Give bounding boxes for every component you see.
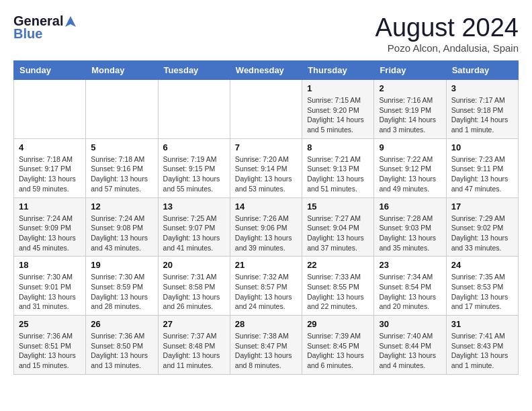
day-number: 25 (19, 319, 81, 329)
title-block: August 2024 Pozo Alcon, Andalusia, Spain (375, 13, 519, 54)
day-cell-24: 24Sunrise: 7:35 AMSunset: 8:53 PMDayligh… (446, 257, 518, 316)
day-cell-21: 21Sunrise: 7:32 AMSunset: 8:57 PMDayligh… (230, 257, 302, 316)
day-number: 22 (307, 260, 369, 270)
day-number: 11 (19, 201, 81, 212)
calendar-table: SundayMondayTuesdayWednesdayThursdayFrid… (13, 60, 519, 375)
day-info: Sunrise: 7:29 AMSunset: 9:02 PMDaylight:… (451, 214, 513, 253)
day-info: Sunrise: 7:27 AMSunset: 9:04 PMDaylight:… (307, 214, 369, 253)
day-info: Sunrise: 7:36 AMSunset: 8:51 PMDaylight:… (19, 331, 81, 371)
day-number: 8 (307, 142, 369, 152)
day-number: 31 (451, 319, 513, 329)
day-info: Sunrise: 7:23 AMSunset: 9:11 PMDaylight:… (451, 154, 513, 194)
day-number: 5 (91, 142, 152, 152)
day-number: 15 (307, 201, 369, 212)
day-info: Sunrise: 7:18 AMSunset: 9:17 PMDaylight:… (19, 154, 81, 194)
day-cell-27: 27Sunrise: 7:37 AMSunset: 8:48 PMDayligh… (158, 316, 230, 375)
day-number: 7 (235, 142, 297, 152)
day-number: 19 (91, 260, 152, 270)
day-header-thursday: Thursday (302, 61, 374, 80)
day-info: Sunrise: 7:22 AMSunset: 9:12 PMDaylight:… (379, 154, 441, 194)
day-cell-31: 31Sunrise: 7:41 AMSunset: 8:43 PMDayligh… (446, 316, 518, 375)
day-info: Sunrise: 7:35 AMSunset: 8:53 PMDaylight:… (451, 272, 513, 312)
day-header-friday: Friday (374, 61, 446, 80)
day-info: Sunrise: 7:19 AMSunset: 9:15 PMDaylight:… (163, 154, 225, 194)
day-info: Sunrise: 7:31 AMSunset: 8:58 PMDaylight:… (163, 272, 225, 312)
day-cell-6: 6Sunrise: 7:19 AMSunset: 9:15 PMDaylight… (158, 138, 230, 197)
day-cell-9: 9Sunrise: 7:22 AMSunset: 9:12 PMDaylight… (374, 138, 446, 197)
day-number: 30 (379, 319, 441, 329)
day-info: Sunrise: 7:34 AMSunset: 8:54 PMDaylight:… (379, 272, 441, 312)
week-row-3: 11Sunrise: 7:24 AMSunset: 9:09 PMDayligh… (14, 197, 519, 257)
day-cell-5: 5Sunrise: 7:18 AMSunset: 9:16 PMDaylight… (86, 138, 158, 197)
day-info: Sunrise: 7:33 AMSunset: 8:55 PMDaylight:… (307, 272, 369, 312)
day-cell-15: 15Sunrise: 7:27 AMSunset: 9:04 PMDayligh… (302, 197, 374, 257)
empty-cell (230, 80, 302, 139)
day-number: 3 (451, 83, 513, 93)
empty-cell (14, 80, 86, 139)
day-cell-2: 2Sunrise: 7:16 AMSunset: 9:19 PMDaylight… (374, 80, 446, 139)
day-number: 23 (379, 260, 441, 270)
svg-marker-0 (65, 16, 76, 27)
day-info: Sunrise: 7:37 AMSunset: 8:48 PMDaylight:… (163, 331, 225, 371)
day-cell-8: 8Sunrise: 7:21 AMSunset: 9:13 PMDaylight… (302, 138, 374, 197)
day-info: Sunrise: 7:32 AMSunset: 8:57 PMDaylight:… (235, 272, 297, 312)
day-cell-25: 25Sunrise: 7:36 AMSunset: 8:51 PMDayligh… (14, 316, 86, 375)
day-cell-11: 11Sunrise: 7:24 AMSunset: 9:09 PMDayligh… (14, 197, 86, 257)
day-header-tuesday: Tuesday (158, 61, 230, 80)
day-number: 18 (19, 260, 81, 270)
day-number: 16 (379, 201, 441, 212)
day-number: 14 (235, 201, 297, 212)
day-info: Sunrise: 7:30 AMSunset: 9:01 PMDaylight:… (19, 272, 81, 312)
day-cell-23: 23Sunrise: 7:34 AMSunset: 8:54 PMDayligh… (374, 257, 446, 316)
day-cell-1: 1Sunrise: 7:15 AMSunset: 9:20 PMDaylight… (302, 80, 374, 139)
day-cell-26: 26Sunrise: 7:36 AMSunset: 8:50 PMDayligh… (86, 316, 158, 375)
month-title: August 2024 (375, 13, 519, 42)
empty-cell (86, 80, 158, 139)
day-info: Sunrise: 7:26 AMSunset: 9:06 PMDaylight:… (235, 214, 297, 253)
day-number: 24 (451, 260, 513, 270)
day-cell-20: 20Sunrise: 7:31 AMSunset: 8:58 PMDayligh… (158, 257, 230, 316)
day-cell-13: 13Sunrise: 7:25 AMSunset: 9:07 PMDayligh… (158, 197, 230, 257)
day-cell-18: 18Sunrise: 7:30 AMSunset: 9:01 PMDayligh… (14, 257, 86, 316)
day-info: Sunrise: 7:38 AMSunset: 8:47 PMDaylight:… (235, 331, 297, 371)
day-number: 27 (163, 319, 225, 329)
day-number: 12 (91, 201, 152, 212)
week-row-2: 4Sunrise: 7:18 AMSunset: 9:17 PMDaylight… (14, 138, 519, 197)
day-number: 28 (235, 319, 297, 329)
days-header-row: SundayMondayTuesdayWednesdayThursdayFrid… (14, 61, 519, 80)
day-header-saturday: Saturday (446, 61, 518, 80)
day-info: Sunrise: 7:21 AMSunset: 9:13 PMDaylight:… (307, 154, 369, 194)
day-number: 1 (307, 83, 369, 93)
day-header-wednesday: Wednesday (230, 61, 302, 80)
day-info: Sunrise: 7:28 AMSunset: 9:03 PMDaylight:… (379, 214, 441, 253)
day-number: 4 (19, 142, 81, 152)
day-cell-30: 30Sunrise: 7:40 AMSunset: 8:44 PMDayligh… (374, 316, 446, 375)
day-info: Sunrise: 7:16 AMSunset: 9:19 PMDaylight:… (379, 95, 441, 135)
day-info: Sunrise: 7:41 AMSunset: 8:43 PMDaylight:… (451, 331, 513, 371)
page-header: General Blue August 2024 Pozo Alcon, And… (13, 13, 519, 54)
day-number: 13 (163, 201, 225, 212)
day-info: Sunrise: 7:25 AMSunset: 9:07 PMDaylight:… (163, 214, 225, 253)
day-cell-10: 10Sunrise: 7:23 AMSunset: 9:11 PMDayligh… (446, 138, 518, 197)
day-info: Sunrise: 7:17 AMSunset: 9:18 PMDaylight:… (451, 95, 513, 135)
logo-blue: Blue (13, 26, 42, 42)
logo: General Blue (13, 13, 77, 42)
day-cell-22: 22Sunrise: 7:33 AMSunset: 8:55 PMDayligh… (302, 257, 374, 316)
day-cell-12: 12Sunrise: 7:24 AMSunset: 9:08 PMDayligh… (86, 197, 158, 257)
day-number: 21 (235, 260, 297, 270)
day-cell-19: 19Sunrise: 7:30 AMSunset: 8:59 PMDayligh… (86, 257, 158, 316)
day-number: 2 (379, 83, 441, 93)
day-number: 29 (307, 319, 369, 329)
day-info: Sunrise: 7:24 AMSunset: 9:08 PMDaylight:… (91, 214, 152, 253)
day-number: 6 (163, 142, 225, 152)
day-number: 10 (451, 142, 513, 152)
empty-cell (158, 80, 230, 139)
day-cell-4: 4Sunrise: 7:18 AMSunset: 9:17 PMDaylight… (14, 138, 86, 197)
day-cell-16: 16Sunrise: 7:28 AMSunset: 9:03 PMDayligh… (374, 197, 446, 257)
day-info: Sunrise: 7:36 AMSunset: 8:50 PMDaylight:… (91, 331, 152, 371)
day-cell-28: 28Sunrise: 7:38 AMSunset: 8:47 PMDayligh… (230, 316, 302, 375)
day-cell-7: 7Sunrise: 7:20 AMSunset: 9:14 PMDaylight… (230, 138, 302, 197)
day-info: Sunrise: 7:18 AMSunset: 9:16 PMDaylight:… (91, 154, 152, 194)
day-header-sunday: Sunday (14, 61, 86, 80)
day-cell-3: 3Sunrise: 7:17 AMSunset: 9:18 PMDaylight… (446, 80, 518, 139)
